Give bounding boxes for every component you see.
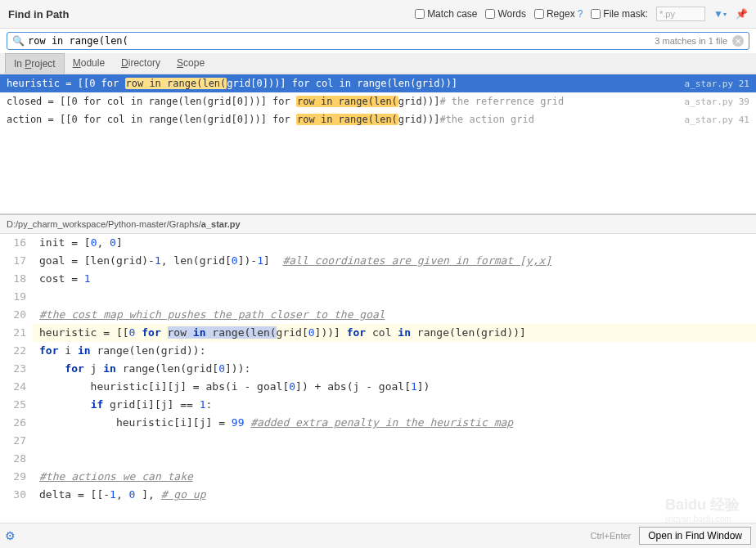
filter-icon[interactable]: ▼▾	[713, 7, 727, 20]
tab-scope[interactable]: Scope	[169, 53, 213, 74]
result-row[interactable]: closed = [[0 for col in range(len(grid[0…	[0, 92, 756, 110]
dialog-header: Find in Path Match case Words Regex ? Fi…	[0, 0, 756, 29]
scope-tabs: In Project Module Directory Scope	[0, 53, 756, 74]
regex-checkbox[interactable]: Regex ?	[534, 8, 583, 20]
line-gutter: 161718192021222324252627282930	[0, 234, 33, 512]
result-row[interactable]: heuristic = [[0 for row in range(len(gri…	[0, 74, 756, 92]
search-options: Match case Words Regex ? File mask: ▼▾ 📌	[415, 7, 748, 21]
code-preview[interactable]: 161718192021222324252627282930 init = [0…	[0, 234, 756, 512]
open-find-window-button[interactable]: Open in Find Window	[639, 527, 751, 545]
preview-path: D:/py_charm_workspace/Python-master/Grap…	[0, 213, 756, 234]
search-bar: 🔍 3 matches in 1 file ✕	[7, 32, 749, 50]
tab-directory[interactable]: Directory	[113, 53, 169, 74]
clear-icon[interactable]: ✕	[732, 35, 744, 47]
regex-help-icon[interactable]: ?	[578, 8, 583, 20]
gear-icon[interactable]: ⚙	[5, 529, 16, 542]
file-mask-input[interactable]	[656, 7, 705, 21]
search-icon: 🔍	[12, 35, 25, 47]
tab-in-project[interactable]: In Project	[5, 53, 65, 74]
footer: ⚙ Ctrl+Enter Open in Find Window	[0, 523, 756, 548]
file-mask-checkbox[interactable]: File mask:	[591, 8, 648, 20]
words-checkbox[interactable]: Words	[485, 8, 525, 20]
search-input[interactable]	[28, 35, 655, 47]
tab-module[interactable]: Module	[65, 53, 113, 74]
shortcut-hint: Ctrl+Enter	[590, 531, 631, 541]
match-count: 3 matches in 1 file	[655, 36, 727, 46]
code-lines: init = [0, 0]goal = [len(grid)-1, len(gr…	[33, 234, 756, 512]
pin-icon[interactable]: 📌	[735, 7, 748, 20]
results-list: heuristic = [[0 for row in range(len(gri…	[0, 74, 756, 213]
dialog-title: Find in Path	[8, 8, 415, 20]
match-case-checkbox[interactable]: Match case	[415, 8, 477, 20]
result-row[interactable]: action = [[0 for col in range(len(grid[0…	[0, 110, 756, 128]
